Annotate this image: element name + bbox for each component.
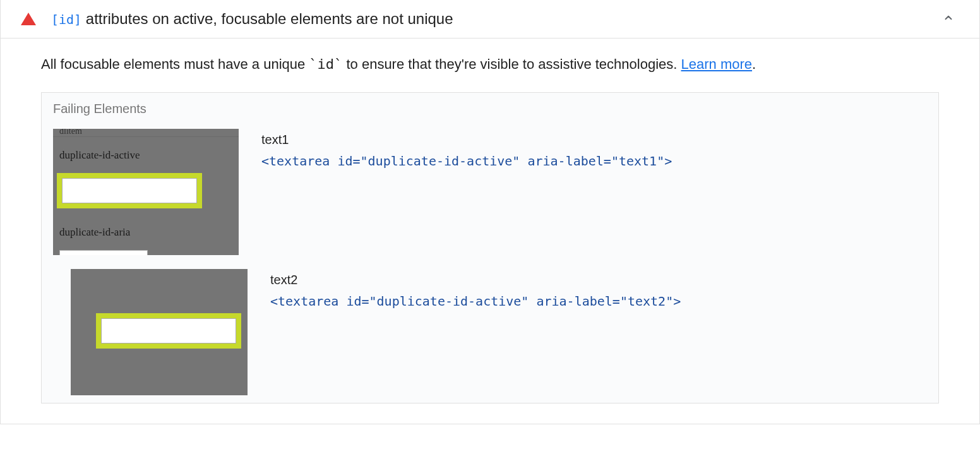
audit-body: All focusable elements must have a uniqu… bbox=[1, 39, 979, 424]
thumb-textarea bbox=[62, 178, 197, 203]
audit-header[interactable]: [id] attributes on active, focusable ele… bbox=[1, 0, 979, 39]
thumb-textarea bbox=[101, 318, 236, 344]
failing-elements-panel: Failing Elements dlitem duplicate-id-act… bbox=[41, 92, 939, 403]
thumb-partial-box bbox=[59, 250, 148, 255]
chevron-up-icon[interactable] bbox=[938, 12, 959, 27]
audit-desc-suffix: to ensure that they're visible to assist… bbox=[342, 56, 681, 72]
failing-element-info: text1 <textarea id="duplicate-id-active"… bbox=[261, 129, 927, 169]
failing-element-row[interactable]: text2 <textarea id="duplicate-id-active"… bbox=[42, 263, 938, 403]
audit-title: [id] attributes on active, focusable ele… bbox=[51, 10, 938, 28]
learn-more-link[interactable]: Learn more bbox=[681, 56, 753, 72]
element-thumbnail bbox=[71, 269, 248, 395]
element-label: text1 bbox=[261, 133, 927, 147]
warning-icon bbox=[21, 13, 36, 25]
audit-title-code: [id] bbox=[51, 12, 81, 27]
thumb-text: duplicate-id-active bbox=[59, 149, 140, 162]
thumb-highlight bbox=[57, 173, 202, 208]
failing-element-info: text2 <textarea id="duplicate-id-active"… bbox=[270, 269, 927, 309]
failing-element-row[interactable]: dlitem duplicate-id-active duplicate-id-… bbox=[42, 122, 938, 263]
element-label: text2 bbox=[270, 273, 927, 287]
audit-title-text: attributes on active, focusable elements… bbox=[81, 10, 453, 27]
thumb-highlight bbox=[96, 313, 241, 349]
audit-description: All focusable elements must have a uniqu… bbox=[41, 54, 939, 75]
element-code-snippet: <textarea id="duplicate-id-active" aria-… bbox=[261, 153, 927, 169]
element-code-snippet: <textarea id="duplicate-id-active" aria-… bbox=[270, 294, 927, 309]
thumb-text: dlitem bbox=[59, 129, 82, 136]
audit-desc-code: `id` bbox=[309, 56, 342, 72]
audit-item: [id] attributes on active, focusable ele… bbox=[0, 0, 980, 424]
element-thumbnail: dlitem duplicate-id-active duplicate-id-… bbox=[53, 129, 239, 255]
audit-desc-period: . bbox=[752, 56, 756, 72]
thumb-divider bbox=[53, 136, 239, 137]
failing-elements-header: Failing Elements bbox=[42, 93, 938, 122]
audit-desc-prefix: All focusable elements must have a uniqu… bbox=[41, 56, 309, 72]
thumb-text: duplicate-id-aria bbox=[59, 226, 130, 239]
